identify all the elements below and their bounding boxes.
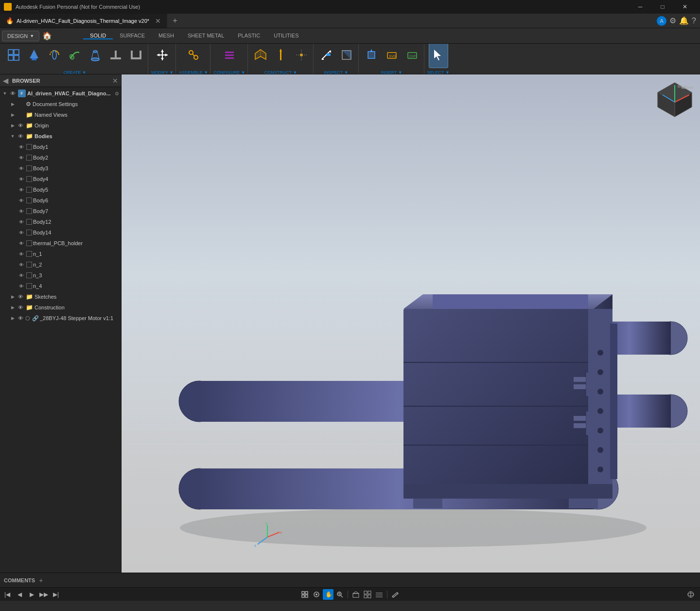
body3-visibility-icon[interactable]: 👁 bbox=[18, 164, 25, 172]
configure-button[interactable] bbox=[220, 44, 239, 68]
stepper-visibility[interactable]: 👁 bbox=[17, 314, 24, 322]
stepper-expand-icon[interactable]: ▶ bbox=[9, 314, 17, 322]
origin-visibility[interactable]: 👁 bbox=[17, 122, 24, 129]
select-button[interactable] bbox=[429, 44, 448, 68]
n3-visibility-icon[interactable]: 👁 bbox=[18, 271, 25, 279]
root-options-icon[interactable]: ⚙ bbox=[115, 91, 119, 96]
list-item[interactable]: 👁 Body7 bbox=[0, 206, 121, 216]
loft-button[interactable] bbox=[86, 44, 105, 68]
body6-visibility-icon[interactable]: 👁 bbox=[18, 197, 25, 204]
root-visibility-icon[interactable]: 👁 bbox=[9, 90, 17, 97]
extrude-button[interactable] bbox=[24, 44, 44, 68]
list-item[interactable]: 👁 n_2 bbox=[0, 259, 121, 270]
body1-checkbox[interactable] bbox=[26, 144, 32, 150]
tab-sheet-metal[interactable]: SHEET METAL bbox=[181, 33, 231, 39]
n1-checkbox[interactable] bbox=[26, 251, 32, 257]
bodies-visibility[interactable]: 👁 bbox=[17, 132, 24, 140]
notifications-icon[interactable]: 🔔 bbox=[679, 16, 689, 25]
display-settings-button[interactable] bbox=[362, 589, 373, 600]
body4-checkbox[interactable] bbox=[26, 176, 32, 182]
account-icon[interactable]: A bbox=[657, 16, 666, 26]
tab-surface[interactable]: SURFACE bbox=[113, 33, 152, 39]
zoom-to-fit-button[interactable] bbox=[299, 589, 310, 600]
playback-prev-button[interactable]: ◀ bbox=[14, 589, 25, 600]
rib-button[interactable] bbox=[106, 44, 125, 68]
body5-visibility-icon[interactable]: 👁 bbox=[18, 186, 25, 194]
view-cube-button[interactable] bbox=[350, 589, 361, 600]
n4-checkbox[interactable] bbox=[26, 283, 32, 289]
insert-dxf-button[interactable]: DXF bbox=[402, 44, 422, 68]
look-at-button[interactable] bbox=[311, 589, 322, 600]
revolve-button[interactable] bbox=[45, 44, 64, 68]
body7-visibility-icon[interactable]: 👁 bbox=[18, 207, 25, 215]
origin-expand-icon[interactable]: ▶ bbox=[9, 122, 17, 129]
body14-checkbox[interactable] bbox=[26, 230, 32, 235]
browser-collapse-icon[interactable]: ◀ bbox=[3, 77, 8, 85]
home-button[interactable]: 🏠 bbox=[42, 31, 52, 40]
viewport[interactable]: RIGHT BACK bbox=[122, 74, 700, 573]
assemble-label[interactable]: ASSEMBLE ▼ bbox=[179, 70, 208, 74]
tree-item-doc-settings[interactable]: ▶ ⚙ Document Settings bbox=[0, 99, 121, 109]
construction-expand-icon[interactable]: ▶ bbox=[9, 304, 17, 311]
sketch-mode-button[interactable] bbox=[390, 589, 401, 600]
zoom-button[interactable] bbox=[334, 589, 345, 600]
list-item[interactable]: 👁 n_3 bbox=[0, 270, 121, 281]
pan-button[interactable]: ✋ bbox=[323, 589, 333, 600]
move-button[interactable] bbox=[153, 44, 172, 68]
construct-plane-button[interactable] bbox=[251, 44, 270, 68]
close-button[interactable]: ✕ bbox=[674, 0, 696, 14]
design-mode-button[interactable]: DESIGN ▼ bbox=[2, 31, 39, 41]
doc-settings-expand-icon[interactable]: ▶ bbox=[9, 100, 17, 108]
new-tab-button[interactable]: ＋ bbox=[167, 14, 183, 28]
thermal-visibility-icon[interactable]: 👁 bbox=[18, 239, 25, 247]
tab-mesh[interactable]: MESH bbox=[152, 33, 181, 39]
restore-button[interactable]: □ bbox=[651, 0, 674, 14]
body2-visibility-icon[interactable]: 👁 bbox=[18, 154, 25, 162]
body4-visibility-icon[interactable]: 👁 bbox=[18, 175, 25, 183]
tab-plastic[interactable]: PLASTIC bbox=[231, 33, 267, 39]
tab-close-button[interactable]: ✕ bbox=[155, 17, 161, 25]
body12-checkbox[interactable] bbox=[26, 219, 32, 225]
tab-utilities[interactable]: UTILITIES bbox=[267, 33, 305, 39]
body12-visibility-icon[interactable]: 👁 bbox=[18, 218, 25, 226]
list-item[interactable]: 👁 Body6 bbox=[0, 195, 121, 206]
new-component-button[interactable] bbox=[4, 44, 23, 68]
list-item[interactable]: 👁 Body4 bbox=[0, 174, 121, 184]
configure-group-label[interactable]: CONFIGURE ▼ bbox=[213, 70, 245, 74]
n2-checkbox[interactable] bbox=[26, 262, 32, 268]
body5-checkbox[interactable] bbox=[26, 187, 32, 193]
playback-next-button[interactable]: ▶▶ bbox=[38, 589, 49, 600]
construct-label[interactable]: CONSTRUCT ▼ bbox=[264, 70, 298, 74]
sketches-visibility[interactable]: 👁 bbox=[17, 293, 24, 301]
list-item[interactable]: 👁 Body1 bbox=[0, 142, 121, 152]
playback-start-button[interactable]: |◀ bbox=[2, 589, 13, 600]
named-views-expand-icon[interactable]: ▶ bbox=[9, 111, 17, 119]
list-item[interactable]: 👁 thermal_PCB_holder bbox=[0, 238, 121, 249]
playback-end-button[interactable]: ▶| bbox=[51, 589, 61, 600]
list-item[interactable]: 👁 Body14 bbox=[0, 227, 121, 238]
tree-item-stepper[interactable]: ▶ 👁 ⬡ 🔗 _28BYJ-48 Stepper Motor v1:1 bbox=[0, 313, 121, 323]
sketches-expand-icon[interactable]: ▶ bbox=[9, 293, 17, 301]
tab-solid[interactable]: SOLID bbox=[83, 33, 113, 39]
modify-label[interactable]: MODIFY ▼ bbox=[151, 70, 174, 74]
list-item[interactable]: 👁 n_4 bbox=[0, 281, 121, 291]
browser-close-icon[interactable]: ✕ bbox=[112, 77, 118, 85]
create-label[interactable]: CREATE ▼ bbox=[63, 70, 86, 74]
thermal-checkbox[interactable] bbox=[26, 240, 32, 246]
body6-checkbox[interactable] bbox=[26, 198, 32, 203]
tree-item-origin[interactable]: ▶ 👁 📁 Origin bbox=[0, 120, 121, 131]
environment-button[interactable] bbox=[685, 589, 696, 600]
minimize-button[interactable]: ─ bbox=[629, 0, 651, 14]
playback-play-button[interactable]: ▶ bbox=[26, 589, 37, 600]
help-icon[interactable]: ? bbox=[692, 17, 696, 25]
construct-axis-button[interactable] bbox=[271, 44, 291, 68]
select-group-label[interactable]: SELECT ▼ bbox=[427, 70, 450, 74]
list-item[interactable]: 👁 Body2 bbox=[0, 152, 121, 163]
body1-visibility-icon[interactable]: 👁 bbox=[18, 143, 25, 151]
body2-checkbox[interactable] bbox=[26, 155, 32, 161]
tree-item-named-views[interactable]: ▶ 📁 Named Views bbox=[0, 109, 121, 120]
web-button[interactable] bbox=[126, 44, 146, 68]
list-item[interactable]: 👁 Body12 bbox=[0, 216, 121, 227]
body7-checkbox[interactable] bbox=[26, 208, 32, 214]
joint-button[interactable] bbox=[184, 44, 203, 68]
